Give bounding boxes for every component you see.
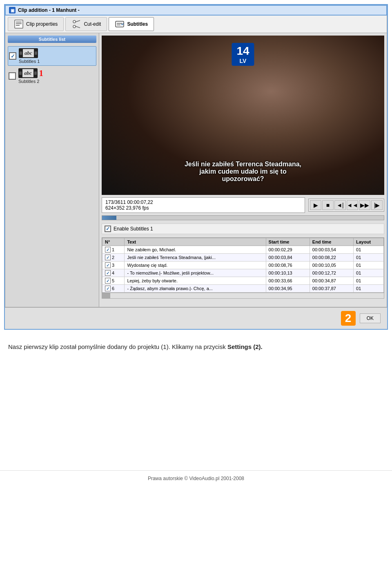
row-start: 00:00:33,66 [266,277,310,285]
enable-subtitles-checkbox[interactable] [105,226,111,232]
row-checkbox-0[interactable] [105,247,111,253]
row-start: 00:00:08,76 [266,262,310,269]
row-layout: 01 [354,285,384,293]
video-controls: ▶ ■ ◄| ◄◄ ▶▶ |▶ [308,199,384,212]
footer-text: Prawa autorskie © VideoAudio.pl 2001-200… [148,476,244,481]
row-layout: 01 [354,269,384,277]
table-row[interactable]: 1 Nie zabiłem go, Michael. 00:00:02,29 0… [102,246,384,254]
subtitle-line-3: upozorować? [185,175,301,183]
row-n: 4 [102,269,125,277]
filmstrip-text-2: abc [22,69,33,77]
subtitles-icon [115,19,125,29]
subtitle-line-1: Jeśli nie zabiłeś Terrenca Steadmana, [185,161,301,168]
table-row[interactable]: 2 Jeśli nie zabiłeś Terrenca Steadmana, … [102,254,384,262]
clip-properties-label: Clip properties [26,21,58,27]
row-n: 1 [102,246,125,254]
subtitle-item-1[interactable]: abc Subtitles 1 [8,46,96,66]
badge-2: 2 [341,311,356,326]
subtitle-2-checkbox[interactable] [9,72,16,80]
row-layout: 01 [354,277,384,285]
row-end: 00:00:08,22 [310,254,353,262]
description-text: Nasz pierwszy klip został pomyślnie doda… [0,334,392,356]
row-end: 00:00:03,54 [310,246,353,254]
subtitle-overlay: Jeśli nie zabiłeś Terrenca Steadmana, ja… [185,161,301,183]
subtitles-table-wrapper: N° Text Start time End time Layout 1 [102,237,384,293]
table-horizontal-scrollbar[interactable] [102,293,384,299]
table-row[interactable]: 5 Lepiej, żeby były otwarte. 00:00:33,66… [102,277,384,285]
channel-badge: 14 LV [232,43,254,66]
enable-subtitles-row: Enable Subtitles 1 [102,224,384,234]
row-text: - Żądasz, abym złamała prawo.|- Chcę, a.… [125,285,266,293]
enable-subtitles-label: Enable Subtitles 1 [114,226,153,232]
subtitle-1-filmstrip: abc [19,48,38,58]
filmstrip-hole-right [35,51,37,55]
row-end: 00:00:10,05 [310,262,353,269]
clip-properties-button[interactable]: Clip properties [8,17,64,31]
bottom-bar: 2 OK [5,307,387,329]
content-area: Subtitles list abc Subtitles 1 [5,33,387,307]
col-end-time: End time [310,238,353,246]
toolbar: Clip properties Cut-edit [5,16,387,33]
svg-point-4 [73,25,76,28]
svg-point-5 [73,20,76,23]
col-text: Text [125,238,266,246]
table-row[interactable]: 3 Wydostanę cię stąd. 00:00:08,76 00:00:… [102,262,384,269]
cut-edit-button[interactable]: Cut-edit [65,17,107,31]
row-checkbox-3[interactable] [105,270,111,276]
progress-bar[interactable] [102,215,384,220]
filmstrip-hole-right-2 [34,72,37,75]
subtitles-table: N° Text Start time End time Layout 1 [102,238,384,293]
row-start: 00:00:02,29 [266,246,310,254]
row-checkbox-5[interactable] [105,286,111,291]
row-layout: 01 [354,246,384,254]
col-layout: Layout [354,238,384,246]
scrollbar-thumb [102,293,110,298]
ok-button[interactable]: OK [360,313,381,323]
row-checkbox-2[interactable] [105,262,111,268]
subtitle-1-checkbox[interactable] [9,52,16,60]
title-bar: ▣ Clip addition - 1 Manhunt - [5,5,387,16]
description-main: Nasz pierwszy klip został pomyślnie doda… [8,343,227,350]
window-icon: ▣ [9,7,16,13]
row-checkbox-1[interactable] [105,255,111,260]
filmstrip-text-1: abc [23,49,34,57]
footer: Prawa autorskie © VideoAudio.pl 2001-200… [0,470,392,486]
col-n: N° [102,238,125,246]
video-info-text: 173/3611 00:00:07,22 624×352 23,976 fps [102,197,305,213]
cut-edit-icon [71,19,81,29]
col-start-time: Start time [266,238,310,246]
row-start: 00:00:10,13 [266,269,310,277]
video-preview: 14 LV Jeśli nie zabiłeś Terrenca Steadma… [102,36,384,195]
forward-button[interactable]: ▶▶ [359,200,370,210]
row-layout: 01 [354,254,384,262]
row-start: 00:00:34,95 [266,285,310,293]
clip-properties-icon [14,19,24,29]
rewind-button[interactable]: ◄◄ [347,200,358,210]
row-end: 00:00:37,87 [310,285,353,293]
subtitle-item-2[interactable]: abc 1 Subtitles 2 [8,67,96,85]
subtitle-line-2: jakim cudem udało im się to [185,168,301,175]
play-button[interactable]: ▶ [310,200,321,210]
description-bold: Settings (2). [227,343,263,350]
subtitle-2-badge: 1 [39,69,43,78]
svg-rect-0 [15,20,23,28]
table-row[interactable]: 4 - To niemożliwe.|- Możliwe, jeśli proj… [102,269,384,277]
step-back-button[interactable]: ◄| [334,200,346,210]
right-panel: 14 LV Jeśli nie zabiłeś Terrenca Steadma… [99,33,387,307]
subtitles-button[interactable]: Subtitles [109,17,154,31]
row-checkbox-4[interactable] [105,278,111,284]
row-text: Jeśli nie zabiłeś Terrenca Steadmana, |j… [125,254,266,262]
filmstrip-hole-left-2 [19,72,22,75]
row-text: Wydostanę cię stąd. [125,262,266,269]
resolution-fps: 624×352 23,976 fps [105,205,301,211]
window-title: Clip addition - 1 Manhunt - [18,7,80,13]
row-end: 00:00:34,87 [310,277,353,285]
frame-info: 173/3611 00:00:07,22 [105,199,301,205]
table-row[interactable]: 6 - Żądasz, abym złamała prawo.|- Chcę, … [102,285,384,293]
end-button[interactable]: |▶ [371,200,383,210]
stop-button[interactable]: ■ [322,200,334,210]
row-n: 3 [102,262,125,269]
row-n: 6 [102,285,125,293]
progress-bar-fill [102,216,116,220]
row-layout: 01 [354,262,384,269]
